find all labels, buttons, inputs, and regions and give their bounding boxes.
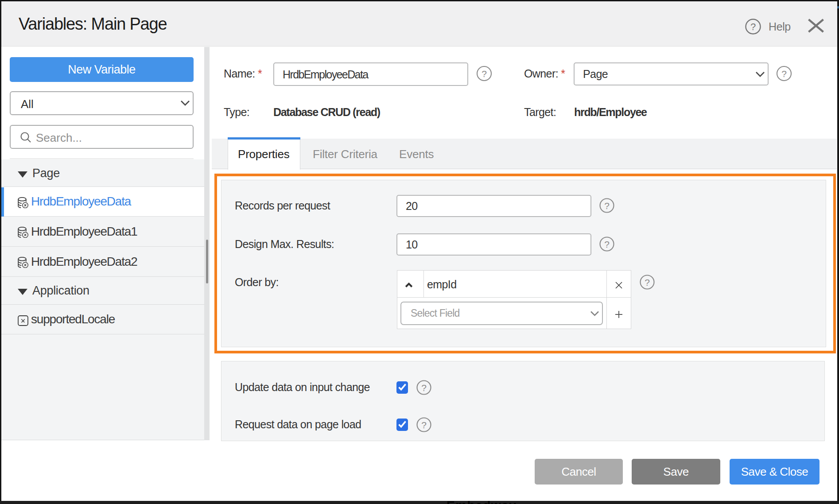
svg-text:?: ? [604,201,610,211]
svg-text:?: ? [421,420,427,430]
svg-text:?: ? [421,383,427,393]
svg-text:?: ? [781,69,787,79]
svg-text:?: ? [604,239,610,249]
svg-text:?: ? [645,277,650,287]
svg-text:?: ? [750,21,756,32]
svg-text:?: ? [482,69,487,79]
